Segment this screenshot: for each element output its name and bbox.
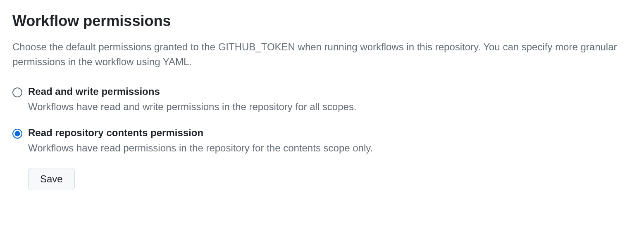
radio-label-read-write[interactable]: Read and write permissions <box>28 86 632 97</box>
radio-input-read-only[interactable] <box>12 129 22 139</box>
radio-content: Read repository contents permission Work… <box>28 127 632 155</box>
radio-option-read-only: Read repository contents permission Work… <box>12 127 632 155</box>
section-description: Choose the default permissions granted t… <box>12 40 624 69</box>
radio-input-read-write[interactable] <box>12 87 22 97</box>
radio-option-read-write: Read and write permissions Workflows hav… <box>12 86 632 114</box>
radio-description-read-write: Workflows have read and write permission… <box>28 100 632 114</box>
radio-content: Read and write permissions Workflows hav… <box>28 86 632 114</box>
section-title: Workflow permissions <box>12 12 632 30</box>
radio-description-read-only: Workflows have read permissions in the r… <box>28 141 632 155</box>
save-button[interactable]: Save <box>28 168 75 190</box>
radio-label-read-only[interactable]: Read repository contents permission <box>28 127 632 139</box>
radio-group: Read and write permissions Workflows hav… <box>12 86 632 155</box>
